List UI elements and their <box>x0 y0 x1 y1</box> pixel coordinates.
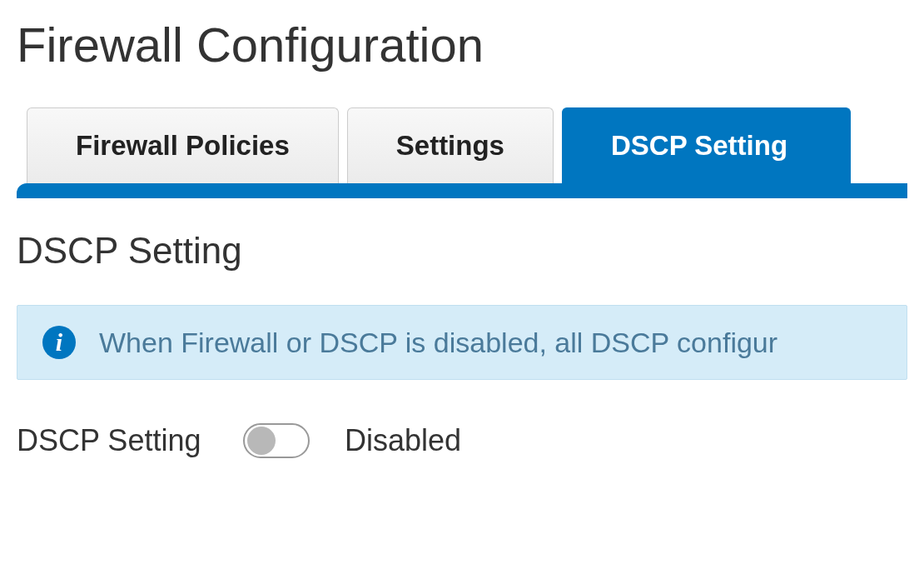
tab-settings[interactable]: Settings <box>347 107 554 183</box>
info-banner: i When Firewall or DSCP is disabled, all… <box>17 305 907 380</box>
info-icon: i <box>42 326 76 359</box>
section-title: DSCP Setting <box>17 230 907 272</box>
tab-dscp-setting[interactable]: DSCP Setting <box>562 107 851 183</box>
page-title: Firewall Configuration <box>17 17 907 72</box>
dscp-toggle[interactable] <box>243 423 310 458</box>
info-banner-text: When Firewall or DSCP is disabled, all D… <box>99 327 777 359</box>
tabs: Firewall Policies Settings DSCP Setting <box>17 107 907 183</box>
dscp-setting-label: DSCP Setting <box>17 423 208 458</box>
dscp-toggle-state: Disabled <box>345 423 461 458</box>
tab-firewall-policies[interactable]: Firewall Policies <box>27 107 339 183</box>
toggle-knob <box>247 427 276 455</box>
tab-underline <box>17 183 907 198</box>
content-area: DSCP Setting i When Firewall or DSCP is … <box>17 198 907 458</box>
dscp-setting-row: DSCP Setting Disabled <box>17 423 907 458</box>
